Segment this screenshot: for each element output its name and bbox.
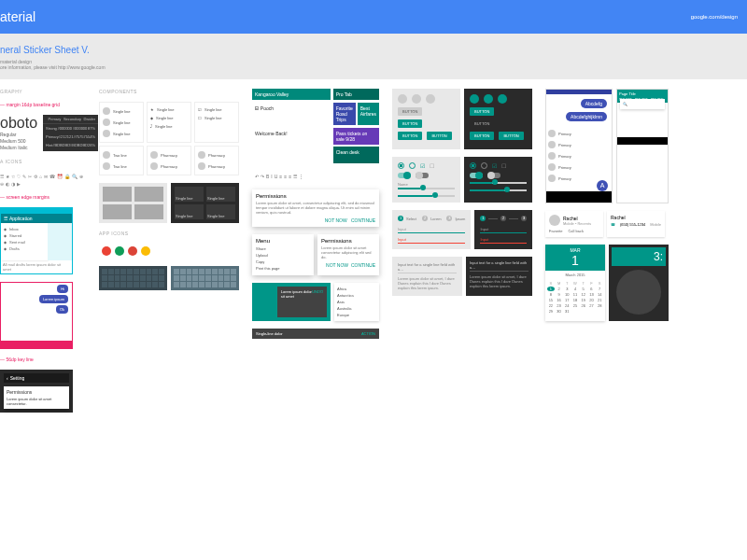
setting-row[interactable]: ‹ Setting	[4, 373, 69, 383]
cal-date[interactable]: 30	[556, 309, 563, 314]
cal-date[interactable]: 18	[571, 298, 579, 302]
switch-off[interactable]	[416, 173, 429, 178]
cal-date[interactable]: 7	[596, 287, 603, 291]
keyboard-key[interactable]	[115, 282, 120, 287]
raised-button[interactable]: BUTTON	[398, 119, 422, 128]
cal-date[interactable]: 25	[571, 303, 579, 308]
keyboard-key[interactable]	[231, 275, 236, 281]
toolbar-button[interactable]: ↶	[255, 174, 259, 179]
checkbox[interactable]: ☑	[492, 162, 497, 169]
cal-date[interactable]: 29	[547, 309, 555, 314]
keyboard-key[interactable]	[192, 269, 198, 274]
cal-date[interactable]: 21	[596, 298, 603, 302]
list-item[interactable]: Primary	[548, 161, 610, 173]
text-field[interactable]: Input	[398, 227, 465, 233]
cal-date[interactable]: 24	[563, 303, 571, 308]
cal-date[interactable]: 20	[588, 298, 596, 302]
slider[interactable]	[470, 182, 527, 184]
cal-date[interactable]: 5	[580, 287, 587, 291]
dropdown-item[interactable]: Europe	[337, 312, 376, 318]
raised-button[interactable]: BUTTON	[398, 132, 422, 140]
keyboard-key[interactable]	[140, 282, 146, 287]
fab-button[interactable]	[484, 94, 493, 104]
slider[interactable]	[470, 189, 527, 191]
cal-date[interactable]: 10	[563, 292, 571, 297]
keyboard-key[interactable]	[147, 275, 152, 281]
keyboard-key[interactable]	[224, 269, 230, 274]
keyboard-key[interactable]	[174, 282, 179, 287]
cal-date[interactable]: 17	[563, 298, 571, 302]
dialog-continue-button[interactable]: CONTINUE	[351, 262, 375, 268]
grid-tile[interactable]	[103, 187, 132, 202]
toolbar-button[interactable]: ≡	[284, 174, 287, 179]
list-item[interactable]: Pharmacy	[198, 161, 235, 172]
cal-date[interactable]: 4	[571, 287, 579, 291]
fab-button[interactable]	[412, 94, 421, 104]
cal-date[interactable]: 1	[547, 287, 555, 291]
menu-item[interactable]: Print this page	[256, 265, 310, 272]
dialog-cancel-button[interactable]: NOT NOW	[325, 217, 347, 223]
cal-date[interactable]: 2	[556, 287, 563, 291]
gmail-icon[interactable]	[102, 246, 111, 256]
keyboard-key[interactable]	[174, 269, 179, 274]
cal-date[interactable]: 23	[556, 303, 563, 308]
keyboard-key[interactable]	[102, 269, 107, 274]
time-picker[interactable]: 3:	[609, 245, 669, 321]
card-elpooch[interactable]: El Pooch	[252, 103, 331, 125]
keyboard-key[interactable]	[218, 282, 224, 287]
radio-button[interactable]	[470, 162, 476, 169]
hangouts-icon[interactable]	[115, 246, 124, 256]
callback-action[interactable]: Call back	[568, 229, 583, 233]
grid-tile[interactable]	[103, 204, 132, 219]
keyboard-key[interactable]	[108, 275, 114, 281]
keyboard-key[interactable]	[108, 282, 114, 287]
card-tickets[interactable]: Pass tickets on sale 9/28	[333, 128, 379, 145]
list-item[interactable]: Single line	[103, 117, 140, 128]
keyboard-key[interactable]	[102, 282, 107, 287]
cal-date[interactable]: 3	[563, 287, 571, 291]
card-welcome[interactable]: Welcome Back!	[252, 128, 331, 163]
keyboard-key[interactable]	[108, 269, 114, 274]
list-item[interactable]: Two line	[103, 161, 140, 172]
keyboard-key[interactable]	[159, 282, 164, 287]
slider[interactable]	[398, 195, 455, 197]
fab-button[interactable]: A	[597, 180, 608, 191]
keyboard-key[interactable]	[140, 269, 146, 274]
tab[interactable]: ONE ONE	[635, 98, 648, 102]
dropdown-item[interactable]: Antarctica	[337, 292, 376, 299]
toolbar-button[interactable]: ≡	[279, 174, 282, 179]
dialog-ok-button[interactable]: CONTINUE	[351, 217, 375, 223]
toolbar-button[interactable]: I	[271, 174, 272, 179]
drawer-item[interactable]: ◆Drafts	[4, 245, 45, 252]
grid-tile[interactable]: Single line	[175, 204, 204, 219]
keyboard-key[interactable]	[231, 282, 236, 287]
grid-tile[interactable]: Single line	[206, 187, 235, 202]
grid-tile[interactable]	[134, 204, 163, 219]
list-item[interactable]: Pharmacy	[150, 161, 188, 172]
keyboard-key[interactable]	[192, 282, 198, 287]
radio-button[interactable]	[398, 162, 404, 169]
cal-date[interactable]: 31	[563, 309, 571, 314]
toolbar-button[interactable]: ↷	[261, 174, 264, 179]
keyboard-key[interactable]	[120, 275, 126, 281]
keyboard-key[interactable]	[134, 282, 139, 287]
keyboard-key[interactable]	[205, 282, 211, 287]
keyboard-key[interactable]	[231, 269, 236, 274]
keyboard-key[interactable]	[192, 275, 198, 281]
drawer-item[interactable]: ◆Starred	[4, 232, 45, 239]
grid-tile[interactable]: Single line	[175, 187, 204, 202]
keyboard-key[interactable]	[187, 275, 192, 281]
slider[interactable]	[398, 188, 455, 189]
keyboard-key[interactable]	[212, 269, 218, 274]
fab-button[interactable]	[426, 94, 435, 104]
keyboard-key[interactable]	[199, 282, 204, 287]
checkbox[interactable]: ☐	[430, 162, 434, 169]
menu-item[interactable]: Copy	[256, 259, 310, 265]
keyboard-key[interactable]	[115, 269, 120, 274]
dropdown-item[interactable]: Asia	[337, 299, 376, 305]
cal-date[interactable]: 15	[547, 298, 555, 302]
toolbar-button[interactable]: ☰	[293, 174, 297, 179]
list-item[interactable]: ☐Single line	[198, 114, 235, 122]
phone-icon[interactable]: ☎	[611, 222, 615, 227]
cal-date[interactable]: 9	[556, 292, 563, 297]
